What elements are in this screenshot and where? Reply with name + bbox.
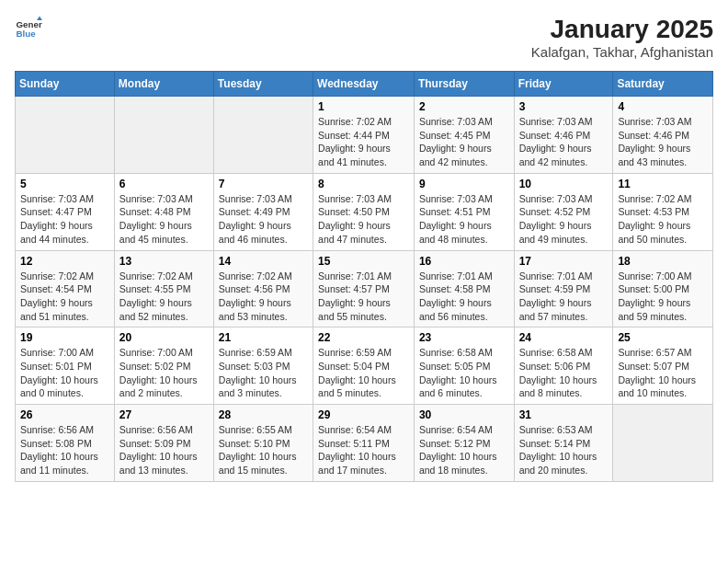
day-info: Sunrise: 7:02 AM Sunset: 4:56 PM Dayligh… — [219, 270, 308, 324]
day-cell: 17Sunrise: 7:01 AM Sunset: 4:59 PM Dayli… — [514, 250, 613, 327]
day-number: 7 — [219, 178, 308, 190]
day-cell: 22Sunrise: 6:59 AM Sunset: 5:04 PM Dayli… — [313, 327, 415, 405]
calendar-subtitle: Kalafgan, Takhar, Afghanistan — [531, 44, 713, 60]
day-info: Sunrise: 6:54 AM Sunset: 5:11 PM Dayligh… — [318, 423, 409, 477]
day-number: 10 — [519, 178, 609, 190]
day-number: 13 — [119, 255, 209, 268]
day-cell: 21Sunrise: 6:59 AM Sunset: 5:03 PM Dayli… — [213, 327, 313, 405]
logo-icon: General Blue — [15, 15, 42, 42]
day-number: 19 — [20, 331, 109, 344]
day-cell: 27Sunrise: 6:56 AM Sunset: 5:09 PM Dayli… — [114, 405, 213, 482]
header-wednesday: Wednesday — [313, 72, 415, 97]
day-info: Sunrise: 7:03 AM Sunset: 4:46 PM Dayligh… — [519, 115, 609, 169]
day-number: 12 — [20, 255, 109, 268]
week-row-1: 1Sunrise: 7:02 AM Sunset: 4:44 PM Daylig… — [16, 97, 713, 174]
day-number: 22 — [318, 331, 409, 344]
header-thursday: Thursday — [414, 72, 514, 97]
title-block: January 2025 Kalafgan, Takhar, Afghanist… — [531, 15, 713, 60]
day-cell: 12Sunrise: 7:02 AM Sunset: 4:54 PM Dayli… — [16, 250, 115, 327]
day-info: Sunrise: 6:59 AM Sunset: 5:04 PM Dayligh… — [318, 346, 409, 400]
day-info: Sunrise: 7:01 AM Sunset: 4:58 PM Dayligh… — [419, 270, 509, 324]
day-info: Sunrise: 7:03 AM Sunset: 4:52 PM Dayligh… — [519, 192, 609, 247]
day-cell: 11Sunrise: 7:02 AM Sunset: 4:53 PM Dayli… — [613, 173, 713, 250]
day-cell — [114, 97, 213, 174]
day-info: Sunrise: 6:59 AM Sunset: 5:03 PM Dayligh… — [219, 346, 308, 400]
day-number: 14 — [219, 255, 308, 268]
day-cell: 8Sunrise: 7:03 AM Sunset: 4:50 PM Daylig… — [313, 173, 415, 250]
week-row-2: 5Sunrise: 7:03 AM Sunset: 4:47 PM Daylig… — [16, 173, 713, 250]
day-info: Sunrise: 7:03 AM Sunset: 4:45 PM Dayligh… — [419, 115, 509, 169]
day-info: Sunrise: 7:00 AM Sunset: 5:01 PM Dayligh… — [20, 346, 109, 400]
header-sunday: Sunday — [16, 72, 115, 97]
day-cell: 23Sunrise: 6:58 AM Sunset: 5:05 PM Dayli… — [414, 327, 514, 405]
day-number: 3 — [519, 100, 609, 113]
day-info: Sunrise: 6:54 AM Sunset: 5:12 PM Dayligh… — [419, 423, 509, 477]
day-info: Sunrise: 7:00 AM Sunset: 5:02 PM Dayligh… — [119, 346, 209, 400]
day-info: Sunrise: 7:03 AM Sunset: 4:50 PM Dayligh… — [318, 192, 409, 247]
day-cell: 16Sunrise: 7:01 AM Sunset: 4:58 PM Dayli… — [414, 250, 514, 327]
day-number: 11 — [618, 178, 708, 190]
day-cell: 31Sunrise: 6:53 AM Sunset: 5:14 PM Dayli… — [514, 405, 613, 482]
calendar-title: January 2025 — [531, 15, 713, 44]
day-cell: 6Sunrise: 7:03 AM Sunset: 4:48 PM Daylig… — [114, 173, 213, 250]
day-cell: 9Sunrise: 7:03 AM Sunset: 4:51 PM Daylig… — [414, 173, 514, 250]
week-row-5: 26Sunrise: 6:56 AM Sunset: 5:08 PM Dayli… — [16, 405, 713, 482]
day-info: Sunrise: 7:02 AM Sunset: 4:53 PM Dayligh… — [618, 192, 708, 247]
header-friday: Friday — [514, 72, 613, 97]
svg-text:General: General — [17, 19, 43, 29]
week-row-4: 19Sunrise: 7:00 AM Sunset: 5:01 PM Dayli… — [16, 327, 713, 405]
day-number: 29 — [318, 408, 409, 421]
day-number: 16 — [419, 255, 509, 268]
day-cell: 2Sunrise: 7:03 AM Sunset: 4:45 PM Daylig… — [414, 97, 514, 174]
day-cell: 30Sunrise: 6:54 AM Sunset: 5:12 PM Dayli… — [414, 405, 514, 482]
day-cell — [213, 97, 313, 174]
day-cell: 25Sunrise: 6:57 AM Sunset: 5:07 PM Dayli… — [613, 327, 713, 405]
day-number: 8 — [318, 178, 409, 190]
day-cell — [613, 405, 713, 482]
day-info: Sunrise: 6:53 AM Sunset: 5:14 PM Dayligh… — [519, 423, 609, 477]
day-number: 20 — [119, 331, 209, 344]
day-cell: 3Sunrise: 7:03 AM Sunset: 4:46 PM Daylig… — [514, 97, 613, 174]
calendar-header-row: SundayMondayTuesdayWednesdayThursdayFrid… — [16, 72, 713, 97]
header-tuesday: Tuesday — [213, 72, 313, 97]
day-info: Sunrise: 7:03 AM Sunset: 4:49 PM Dayligh… — [219, 192, 308, 247]
day-cell: 1Sunrise: 7:02 AM Sunset: 4:44 PM Daylig… — [313, 97, 415, 174]
day-info: Sunrise: 7:03 AM Sunset: 4:48 PM Dayligh… — [119, 192, 209, 247]
day-number: 6 — [119, 178, 209, 190]
day-cell: 14Sunrise: 7:02 AM Sunset: 4:56 PM Dayli… — [213, 250, 313, 327]
day-number: 18 — [618, 255, 708, 268]
day-number: 24 — [519, 331, 609, 344]
day-info: Sunrise: 6:56 AM Sunset: 5:08 PM Dayligh… — [20, 423, 109, 477]
day-info: Sunrise: 6:56 AM Sunset: 5:09 PM Dayligh… — [119, 423, 209, 477]
day-cell: 26Sunrise: 6:56 AM Sunset: 5:08 PM Dayli… — [16, 405, 115, 482]
svg-text:Blue: Blue — [17, 29, 37, 39]
svg-marker-2 — [37, 17, 42, 21]
day-number: 9 — [419, 178, 509, 190]
header-saturday: Saturday — [613, 72, 713, 97]
day-number: 26 — [20, 408, 109, 421]
day-cell: 29Sunrise: 6:54 AM Sunset: 5:11 PM Dayli… — [313, 405, 415, 482]
day-info: Sunrise: 7:01 AM Sunset: 4:57 PM Dayligh… — [318, 270, 409, 324]
day-number: 1 — [318, 100, 409, 113]
day-number: 5 — [20, 178, 109, 190]
week-row-3: 12Sunrise: 7:02 AM Sunset: 4:54 PM Dayli… — [16, 250, 713, 327]
day-cell — [16, 97, 115, 174]
day-cell: 5Sunrise: 7:03 AM Sunset: 4:47 PM Daylig… — [16, 173, 115, 250]
day-info: Sunrise: 6:55 AM Sunset: 5:10 PM Dayligh… — [219, 423, 308, 477]
day-info: Sunrise: 7:01 AM Sunset: 4:59 PM Dayligh… — [519, 270, 609, 324]
header-monday: Monday — [114, 72, 213, 97]
day-cell: 10Sunrise: 7:03 AM Sunset: 4:52 PM Dayli… — [514, 173, 613, 250]
day-number: 21 — [219, 331, 308, 344]
day-info: Sunrise: 6:58 AM Sunset: 5:05 PM Dayligh… — [419, 346, 509, 400]
day-number: 31 — [519, 408, 609, 421]
day-info: Sunrise: 7:03 AM Sunset: 4:51 PM Dayligh… — [419, 192, 509, 247]
page-header: General Blue January 2025 Kalafgan, Takh… — [15, 15, 713, 60]
day-number: 4 — [618, 100, 708, 113]
day-cell: 7Sunrise: 7:03 AM Sunset: 4:49 PM Daylig… — [213, 173, 313, 250]
day-cell: 28Sunrise: 6:55 AM Sunset: 5:10 PM Dayli… — [213, 405, 313, 482]
day-info: Sunrise: 6:57 AM Sunset: 5:07 PM Dayligh… — [618, 346, 708, 400]
day-number: 23 — [419, 331, 509, 344]
day-cell: 19Sunrise: 7:00 AM Sunset: 5:01 PM Dayli… — [16, 327, 115, 405]
day-number: 15 — [318, 255, 409, 268]
day-number: 2 — [419, 100, 509, 113]
